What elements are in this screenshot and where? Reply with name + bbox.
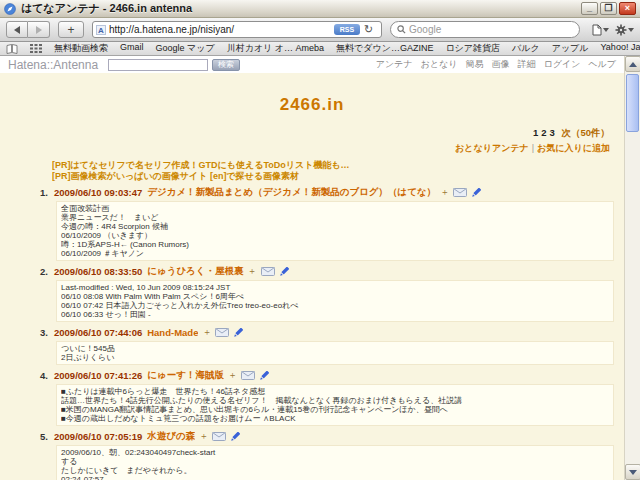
entry-site-link[interactable]: にゅうひろく・屋根裏 [147, 265, 243, 278]
back-button[interactable] [6, 21, 28, 38]
site-nav-link[interactable]: おとなり [421, 58, 458, 71]
entry-timestamp: 2009/06/10 09:03:47 [54, 187, 142, 198]
page: Hatena::Antenna 検索 アンテナおとなり簡易画像詳細ログインヘルプ… [0, 56, 624, 480]
forward-button[interactable] [28, 21, 50, 38]
mail-icon[interactable] [212, 432, 226, 441]
forward-icon [36, 26, 42, 34]
bookmark-item[interactable]: ロシア雑貨店 [445, 42, 500, 55]
entry-add-link[interactable]: ＋ [228, 369, 237, 382]
site-nav-link[interactable]: アンテナ [376, 58, 413, 71]
bookmark-item[interactable]: 無料でダウン…GAZINE [336, 42, 433, 55]
window-title: はてなアンテナ - 2466.in antenna [21, 1, 579, 16]
bookmarks-bar: 無料動画検索GmailGoogle マップ川村カオリ オ… Ameba無料でダウ… [0, 42, 640, 56]
entry-header: 1. 2009/06/10 09:03:47 デジカメ！新製品まとめ（デジカメ！… [40, 186, 624, 199]
entry-add-link[interactable]: ＋ [248, 265, 257, 278]
entry-timestamp: 2009/06/10 08:33:50 [54, 266, 142, 277]
minimize-button[interactable]: _ [581, 2, 598, 15]
antenna-search-input[interactable] [108, 59, 208, 71]
sub-links: おとなりアンテナ|お気に入りに追加 [0, 142, 624, 155]
pagination-page-link[interactable]: 3 [549, 127, 554, 138]
site-nav-link[interactable]: ログイン [544, 58, 581, 71]
pagination-page-link[interactable]: 2 [541, 127, 546, 138]
entry-number: 3. [40, 327, 54, 338]
pr-ad-link[interactable]: [PR]画像検索がいっぱいの画像サイト [en]で探せる画像素材 [52, 171, 624, 182]
excerpt-line: 2日ぶりくらい [61, 353, 609, 362]
excerpt-line: ■ふたりは連載中6らっと爆走 世界たち！46話ネタ感想 [61, 387, 609, 396]
bookmarks-book-icon[interactable] [6, 44, 18, 54]
restore-button[interactable]: ❐ [600, 2, 617, 15]
entry-add-link[interactable]: ＋ [440, 186, 449, 199]
mail-icon[interactable] [215, 328, 229, 337]
bookmark-item[interactable]: Gmail [120, 42, 144, 55]
pagination: 123 次（50件） [0, 127, 624, 140]
bookmark-item[interactable]: Google マップ [156, 42, 215, 55]
site-header: Hatena::Antenna 検索 アンテナおとなり簡易画像詳細ログインヘルプ [0, 56, 624, 73]
antenna-search-button[interactable]: 検索 [212, 59, 240, 71]
top-sites-grid-icon[interactable] [30, 44, 42, 53]
separator: | [532, 143, 534, 153]
entry-header: 3. 2009/06/10 07:44:06 Hand-Made ＋ [40, 326, 624, 339]
site-nav-link[interactable]: ヘルプ [588, 58, 616, 71]
entry-site-link[interactable]: にゅーす！海賊版 [147, 369, 224, 382]
entry-site-link[interactable]: デジカメ！新製品まとめ（デジカメ！新製品のブログ）（はてな） [147, 186, 436, 199]
add-bookmark-button[interactable]: + [58, 21, 84, 38]
bookmark-item[interactable]: 川村カオリ オ… Ameba [227, 42, 324, 55]
edit-pencil-icon[interactable] [471, 188, 481, 198]
arrow-up-icon [629, 62, 637, 67]
search-input[interactable] [409, 24, 573, 35]
site-nav-link[interactable]: 簡易 [466, 58, 484, 71]
edit-pencil-icon[interactable] [233, 328, 243, 338]
excerpt-line: 06/10 06:33 せっ！田園 - [61, 310, 609, 319]
excerpt-line: 2009/06/10、朝、02:243040497check-start [61, 448, 609, 457]
entry-header: 2. 2009/06/10 08:33:50 にゅうひろく・屋根裏 ＋ [40, 265, 624, 278]
caret-down-icon [628, 28, 634, 32]
antenna-entry: 4. 2009/06/10 07:41:26 にゅーす！海賊版 ＋ ■ふたりは連… [0, 369, 624, 426]
window-titlebar: はてなアンテナ - 2466.in antenna _ ❐ × [0, 0, 640, 18]
settings-menu-button[interactable] [615, 24, 634, 36]
mail-icon[interactable] [241, 371, 255, 380]
excerpt-line: する [61, 457, 609, 466]
antenna-entry: 5. 2009/06/10 07:05:19 水遊びの森 ＋ 2009/06/1… [0, 430, 624, 480]
site-nav-link[interactable]: 詳細 [518, 58, 536, 71]
mail-icon[interactable] [453, 188, 467, 197]
bookmark-item[interactable]: Yahoo! Japan [601, 42, 640, 55]
entry-site-link[interactable]: 水遊びの森 [147, 430, 195, 443]
excerpt-line: ついに！545品 [61, 344, 609, 353]
page-menu-button[interactable] [592, 24, 609, 36]
pagination-next-link[interactable]: 次（50件） [561, 127, 610, 138]
close-button[interactable]: × [619, 2, 636, 15]
search-icon [397, 25, 406, 34]
vertical-scrollbar[interactable] [624, 56, 640, 480]
scroll-up-button[interactable] [625, 56, 640, 72]
safari-compass-icon [4, 3, 16, 15]
sub-link[interactable]: お気に入りに追加 [537, 143, 610, 153]
excerpt-line: 業界ニュースだ！ まいど [61, 213, 609, 222]
entry-add-link[interactable]: ＋ [202, 326, 211, 339]
edit-pencil-icon[interactable] [230, 432, 240, 442]
address-bar[interactable]: A RSS ↻ [92, 21, 382, 38]
scroll-down-button[interactable] [625, 464, 640, 480]
sub-link[interactable]: おとなりアンテナ [455, 143, 529, 153]
bookmark-item[interactable]: アップル [552, 42, 589, 55]
bookmark-item[interactable]: 無料動画検索 [54, 42, 108, 55]
edit-pencil-icon[interactable] [259, 371, 269, 381]
scrollbar-thumb[interactable] [626, 74, 639, 132]
excerpt-line: 噂：1D系APS-H← (Canon Rumors) [61, 240, 609, 249]
edit-pencil-icon[interactable] [279, 267, 289, 277]
excerpt-line: たしかにいきて まだやそれから。 [61, 466, 609, 475]
url-input[interactable] [109, 24, 334, 35]
gear-icon [615, 24, 627, 36]
excerpt-line: 06/10/2009 ＃キヤノン [61, 249, 609, 258]
entry-add-link[interactable]: ＋ [199, 430, 208, 443]
refresh-icon[interactable]: ↻ [364, 23, 378, 36]
bookmark-item[interactable]: バルク [512, 42, 540, 55]
pr-block: [PR]はてなセリフで名セリフ作成！GTDにも使えるToDoリスト機能も…[PR… [52, 160, 624, 182]
site-nav-link[interactable]: 画像 [492, 58, 510, 71]
entry-site-link[interactable]: Hand-Made [147, 327, 198, 338]
search-bar[interactable] [390, 21, 580, 38]
pagination-page-link[interactable]: 1 [533, 127, 538, 138]
rss-badge[interactable]: RSS [334, 24, 360, 35]
hatena-antenna-logo: Hatena::Antenna [8, 58, 98, 72]
mail-icon[interactable] [261, 267, 275, 276]
pr-ad-link[interactable]: [PR]はてなセリフで名セリフ作成！GTDにも使えるToDoリスト機能も… [52, 160, 624, 171]
